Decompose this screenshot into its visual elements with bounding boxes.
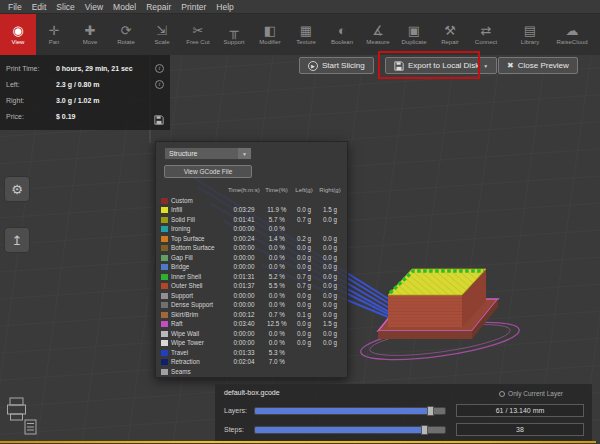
table-row[interactable]: Dense Support 0:00:00 0.0 % 0.0 g 0.0 g [160,301,343,311]
tool-label: View [12,39,25,45]
build-plate-edge-line [0,441,596,443]
tool-label: RaiseCloud [556,39,587,45]
table-row[interactable]: Seams [160,367,343,377]
table-row[interactable]: Raft 0:03:40 12.5 % 0.0 g 1.5 g [160,320,343,330]
tool-free-cut[interactable]: ✂ Free Cut [180,14,216,55]
row-name: Raft [171,321,226,327]
steps-slider[interactable] [254,426,446,434]
wrench-icon[interactable]: ⚙ [4,176,30,202]
tool-label: Pan [49,39,60,45]
menu-item[interactable]: View [80,2,108,12]
stat-row: Right: 3.0 g / 1.02 m [6,92,164,108]
tool-connect[interactable]: ⇄ Connect [468,14,504,55]
menu-item[interactable]: File [3,2,27,12]
layers-slider-thumb[interactable] [427,406,434,416]
table-row[interactable]: Bridge 0:00:00 0.0 % 0.0 g 0.0 g [160,263,343,273]
menu-item[interactable]: Printer [176,2,211,12]
row-right-g: 0.0 g [317,293,343,299]
tool-move[interactable]: ✚ Move [72,14,108,55]
tool-label: Repair [441,39,459,45]
table-row[interactable]: Retraction 0:02:04 7.0 % [160,358,343,368]
row-name: Infill [171,207,226,213]
tool-label: Scale [154,39,169,45]
row-left-g: 0.7 g [291,283,317,289]
table-row[interactable]: Bottom Surface 0:00:00 0.0 % 0.0 g 0.0 g [160,244,343,254]
steps-value[interactable]: 38 [456,423,584,436]
rotate-icon: ⟳ [121,24,132,37]
layers-slider[interactable] [254,407,446,415]
calculator-icon[interactable] [24,419,37,435]
table-row[interactable]: Custom [160,196,343,206]
row-name: Seams [171,369,226,375]
table-row[interactable]: Infill 0:03:29 11.9 % 0.0 g 1.5 g [160,206,343,216]
export-to-local-disk-button[interactable]: Export to Local Disk ▼ [385,57,497,74]
stat-value: 0 hours, 29 min, 21 sec [56,65,155,72]
tool-raisecloud[interactable]: ☁ RaiseCloud [548,14,596,55]
row-right-g: 0.0 g [317,255,343,261]
tool-label: Modifier [259,39,280,45]
only-current-layer-option[interactable]: Only Current Layer [499,390,563,397]
table-row[interactable]: Outer Shell 0:01:37 5.5 % 0.7 g 0.0 g [160,282,343,292]
row-left-g: 0.0 g [291,293,317,299]
row-left-g: 0.1 g [291,312,317,318]
tool-pan[interactable]: ✛ Pan [36,14,72,55]
shell-front-stripes [388,295,462,327]
close-preview-button[interactable]: ✖ Close Preview [498,57,578,74]
tool-repair[interactable]: ⚒ Repair [432,14,468,55]
table-row[interactable]: Skirt/Brim 0:00:12 0.7 % 0.1 g 0.0 g [160,310,343,320]
row-time: 0:00:00 [226,226,263,232]
structure-dropdown-value: Structure [169,150,197,157]
table-row[interactable]: Wipe Wall 0:00:00 0.0 % 0.0 g 0.0 g [160,329,343,339]
tool-texture[interactable]: ▦ Texture [288,14,324,55]
info-icon[interactable] [155,80,164,89]
tool-view[interactable]: ◉ View [0,14,36,55]
table-row[interactable]: Wipe Tower 0:00:00 0.0 % 0.0 g 0.0 g [160,339,343,349]
texture-icon: ▦ [300,24,312,37]
steps-slider-thumb[interactable] [421,425,428,435]
menu-item[interactable]: Repair [141,2,176,12]
close-icon: ✖ [507,61,514,70]
layers-slider-fill [255,408,432,414]
only-current-layer-label: Only Current Layer [508,390,563,397]
table-row[interactable]: Solid Fill 0:01:41 5.7 % 0.7 g 0.0 g [160,215,343,225]
layers-value[interactable]: 61 / 13.140 mm [456,404,584,417]
stat-row: Price: $ 0.19 [6,108,164,124]
menu-item[interactable]: Edit [27,2,52,12]
tool-library[interactable]: ▤ Library [512,14,548,55]
save-icon[interactable] [154,115,164,125]
raft-front [378,331,472,339]
upload-icon[interactable]: ↥ [4,227,30,253]
table-row[interactable]: Support 0:00:00 0.0 % 0.0 g 0.0 g [160,291,343,301]
view-gcode-button[interactable]: View GCode File [164,165,252,178]
stat-label: Print Time: [6,65,56,72]
row-time: 0:01:41 [226,217,263,223]
row-right-g: 0.0 g [317,312,343,318]
row-left-g: 0.0 g [291,245,317,251]
tool-support[interactable]: ╥ Support [216,14,252,55]
menu-item[interactable]: Slice [51,2,79,12]
tool-rotate[interactable]: ⟳ Rotate [108,14,144,55]
tool-measure[interactable]: ∡ Measure [360,14,396,55]
color-swatch [161,207,168,213]
table-row[interactable]: Gap Fill 0:00:00 0.0 % 0.0 g 0.0 g [160,253,343,263]
menu-item[interactable]: Help [211,2,238,12]
table-row[interactable]: Inner Shell 0:01:31 5.2 % 0.7 g 0.0 g [160,272,343,282]
row-name: Travel [171,350,226,356]
row-pct: 5.5 % [262,283,291,289]
row-left-g: 0.0 g [291,331,317,337]
table-row[interactable]: Travel 0:01:33 5.3 % [160,348,343,358]
table-row[interactable]: Ironing 0:00:00 0.0 % [160,225,343,235]
tool-scale[interactable]: ⇲ Scale [144,14,180,55]
structure-dropdown[interactable]: Structure ▼ [164,147,252,160]
move-icon: ✚ [85,24,96,37]
start-slicing-button[interactable]: ▶ Start Slicing [299,57,374,74]
info-icon[interactable] [155,64,164,73]
menu-item[interactable]: Model [108,2,141,12]
play-icon: ▶ [308,61,318,71]
table-row[interactable]: Top Surface 0:00:24 1.4 % 0.2 g 0.0 g [160,234,343,244]
tool-duplicate[interactable]: ▣ Duplicate [396,14,432,55]
tool-modifier[interactable]: ◧ Modifier [252,14,288,55]
tool-boolean[interactable]: ◐ Boolean [324,14,360,55]
gcode-filename: default-box.gcode [224,389,280,396]
row-left-g: 0.7 g [291,217,317,223]
